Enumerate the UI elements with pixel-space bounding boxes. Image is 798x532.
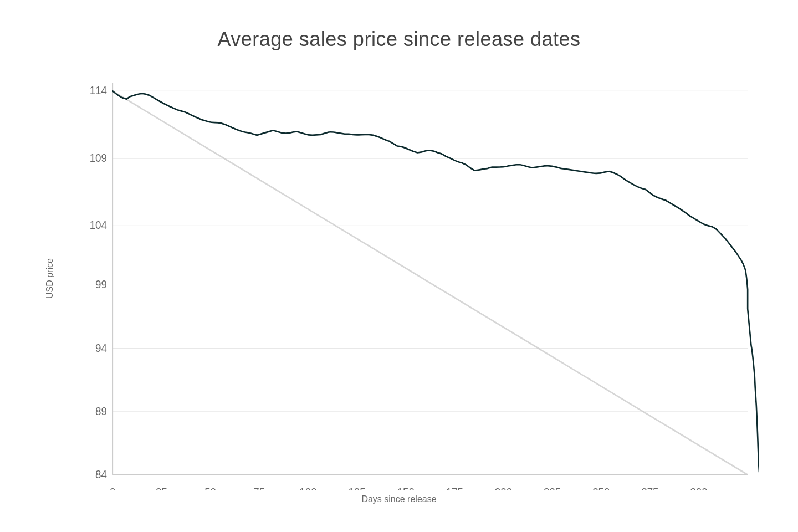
trend-line: [112, 91, 748, 474]
svg-text:104: 104: [90, 219, 108, 231]
svg-text:0: 0: [110, 487, 115, 490]
y-tick-labels: 114 109 104 99 94 89 84: [90, 85, 108, 481]
svg-text:94: 94: [95, 342, 107, 354]
y-axis-label: USD price: [39, 68, 61, 490]
svg-text:100: 100: [299, 487, 316, 490]
chart-title: Average sales price since release dates: [217, 28, 580, 51]
svg-text:225: 225: [544, 487, 561, 490]
svg-text:150: 150: [397, 487, 415, 490]
svg-text:109: 109: [90, 152, 107, 163]
chart-svg: 114 109 104 99 94 89 84 0 25 50 75 100 1…: [66, 68, 759, 490]
x-axis-label: Days since release: [361, 494, 436, 504]
svg-text:75: 75: [253, 487, 265, 490]
svg-text:50: 50: [204, 487, 216, 490]
x-tick-labels: 0 25 50 75 100 125 150 175 200 225 250 2…: [110, 487, 708, 490]
svg-text:300: 300: [690, 487, 707, 490]
svg-text:84: 84: [95, 469, 107, 480]
grid: [112, 83, 748, 475]
main-data-line: [112, 91, 759, 474]
svg-text:99: 99: [95, 279, 107, 290]
svg-text:114: 114: [90, 85, 108, 96]
svg-text:275: 275: [641, 487, 658, 490]
chart-inner: 114 109 104 99 94 89 84 0 25 50 75 100 1…: [66, 68, 759, 490]
chart-container: Average sales price since release dates …: [39, 28, 759, 504]
svg-text:200: 200: [495, 487, 512, 490]
chart-area: USD price: [39, 68, 759, 490]
svg-text:25: 25: [156, 487, 167, 490]
svg-text:250: 250: [592, 487, 610, 490]
svg-text:175: 175: [446, 487, 463, 490]
svg-text:125: 125: [348, 487, 365, 490]
svg-text:89: 89: [95, 406, 107, 417]
